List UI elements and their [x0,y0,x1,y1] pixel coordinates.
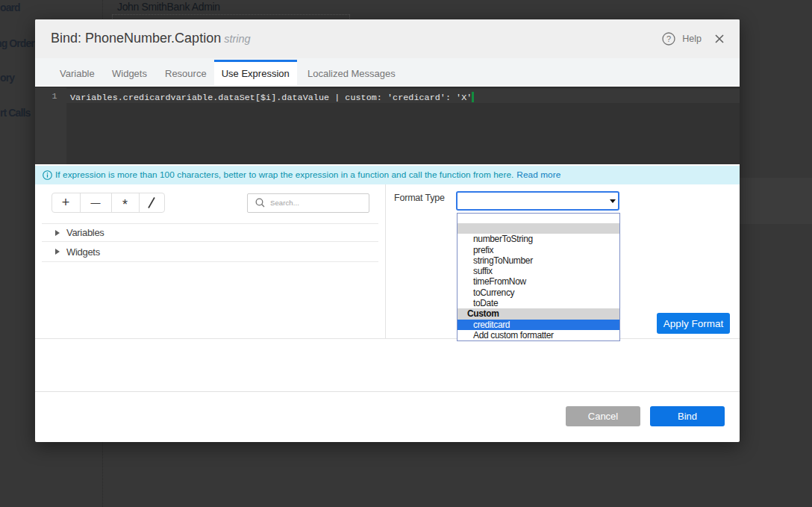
svg-text:?: ? [666,34,671,43]
